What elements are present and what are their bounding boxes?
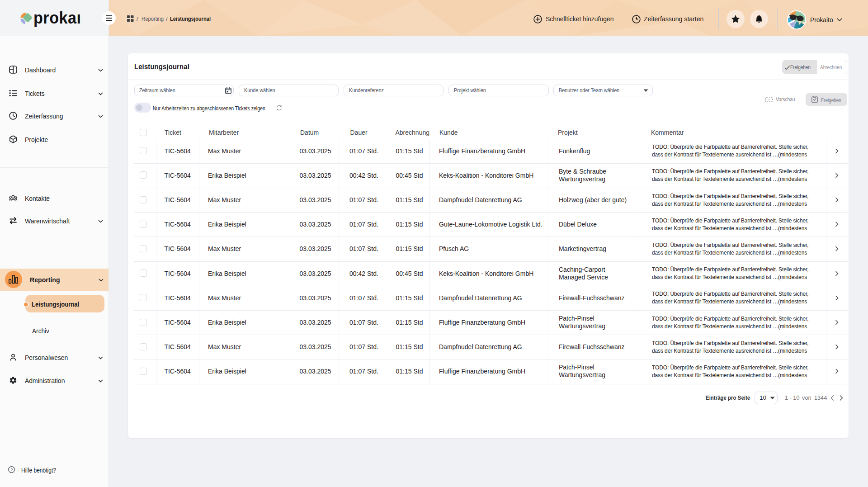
svg-text:?: ?	[10, 468, 13, 472]
